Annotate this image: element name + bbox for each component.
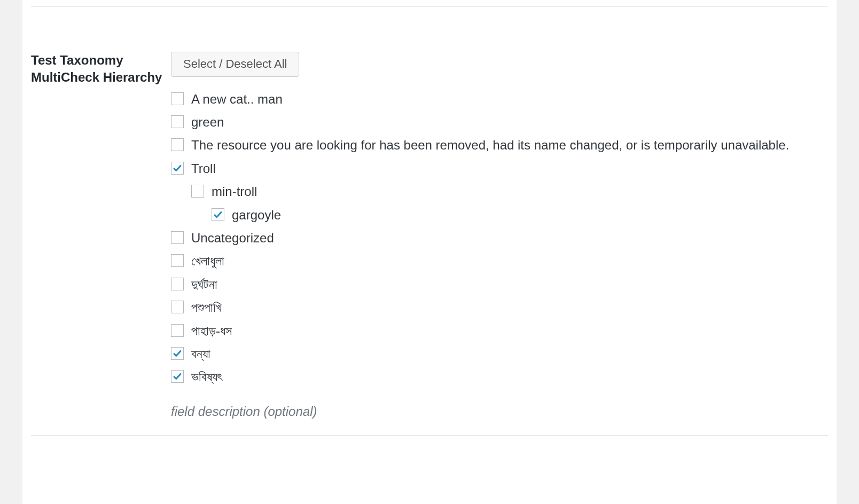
option-checkbox[interactable] (171, 115, 184, 128)
option-label[interactable]: A new cat.. man (191, 91, 796, 108)
option-checkbox[interactable] (171, 254, 184, 267)
field-description: field description (optional) (171, 404, 796, 419)
option-item: দুর্ঘটনা (171, 276, 796, 293)
option-label[interactable]: বন্যা (191, 345, 796, 363)
taxonomy-multicheck-field: Test Taxonomy MultiCheck Hierarchy Selec… (22, 1, 837, 419)
divider-top (31, 6, 828, 7)
select-deselect-all-button[interactable]: Select / Deselect All (171, 52, 299, 77)
option-label[interactable]: দুর্ঘটনা (191, 276, 796, 293)
options-list: A new cat.. mangreenThe resource you are… (171, 91, 796, 386)
option-item: min-troll (191, 183, 796, 200)
option-label[interactable]: ভবিষ্যৎ (191, 368, 796, 385)
option-item: green (171, 114, 796, 131)
option-item: বন্যা (171, 345, 796, 363)
option-checkbox[interactable] (191, 185, 204, 198)
option-item: খেলাধুলা (171, 253, 796, 270)
settings-panel: Test Taxonomy MultiCheck Hierarchy Selec… (22, 0, 837, 504)
option-item: Uncategorized (171, 230, 796, 247)
option-label[interactable]: পশুপাখি (191, 299, 796, 316)
option-item: A new cat.. man (171, 91, 796, 108)
option-label[interactable]: gargoyle (232, 207, 796, 224)
option-item: ভবিষ্যৎ (171, 368, 796, 385)
option-checkbox[interactable] (171, 278, 184, 290)
option-checkbox[interactable] (171, 324, 184, 337)
field-label: Test Taxonomy MultiCheck Hierarchy (31, 52, 171, 419)
option-checkbox[interactable] (171, 370, 184, 383)
option-label[interactable]: খেলাধুলা (191, 253, 796, 270)
option-label[interactable]: Troll (191, 160, 796, 177)
option-checkbox[interactable] (171, 301, 184, 313)
option-item: পাহাড়-ধস (171, 322, 796, 340)
option-label[interactable]: green (191, 114, 796, 131)
option-label[interactable]: min-troll (212, 183, 796, 200)
option-checkbox[interactable] (171, 92, 184, 105)
option-item: Troll (171, 160, 796, 177)
field-content: Select / Deselect All A new cat.. mangre… (171, 52, 828, 419)
option-item: gargoyle (212, 207, 796, 224)
option-label[interactable]: Uncategorized (191, 230, 796, 247)
option-item: পশুপাখি (171, 299, 796, 316)
option-label[interactable]: The resource you are looking for has bee… (191, 137, 796, 154)
option-checkbox[interactable] (171, 347, 184, 360)
option-checkbox[interactable] (212, 208, 224, 221)
divider-bottom (31, 435, 828, 436)
option-label[interactable]: পাহাড়-ধস (191, 322, 796, 340)
option-checkbox[interactable] (171, 162, 184, 175)
option-checkbox[interactable] (171, 138, 184, 151)
option-item: The resource you are looking for has bee… (171, 137, 796, 154)
option-checkbox[interactable] (171, 231, 184, 244)
